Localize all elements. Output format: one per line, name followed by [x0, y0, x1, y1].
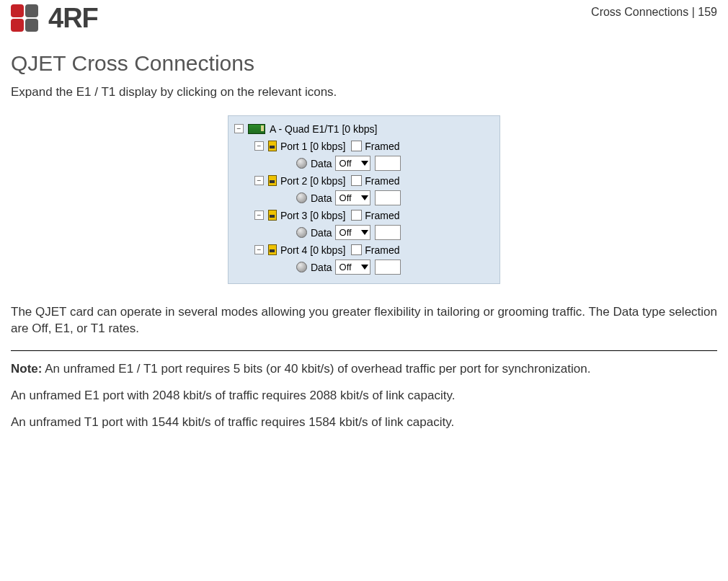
note-label: Note:: [11, 362, 42, 376]
tree-data-row: Data Off: [296, 190, 494, 207]
framed-label: Framed: [365, 175, 399, 187]
data-label: Data: [311, 192, 332, 204]
framed-label: Framed: [365, 244, 399, 256]
tree-root-label: A - Quad E1/T1 [0 kbps]: [270, 123, 377, 135]
data-select[interactable]: Off: [335, 225, 370, 240]
data-select-value: Off: [339, 227, 352, 238]
tree-port-row: − Port 4 [0 kbps] Framed: [254, 241, 494, 259]
page-header: 4RF Cross Connections | 159: [11, 0, 717, 34]
expander-icon[interactable]: −: [254, 210, 264, 220]
data-select-value: Off: [339, 262, 352, 272]
tree-port-row: − Port 1 [0 kbps] Framed: [254, 138, 494, 155]
framed-checkbox[interactable]: [351, 141, 362, 151]
tree-port-row: − Port 3 [0 kbps] Framed: [254, 207, 494, 224]
data-select[interactable]: Off: [335, 156, 370, 171]
chevron-down-icon: [361, 230, 368, 235]
expander-icon[interactable]: −: [254, 245, 264, 254]
tree-port-row: − Port 2 [0 kbps] Framed: [254, 172, 494, 190]
chevron-down-icon: [361, 161, 368, 166]
expander-icon[interactable]: −: [254, 141, 264, 151]
data-select[interactable]: Off: [335, 260, 370, 275]
chevron-down-icon: [361, 195, 368, 200]
note-line-2: An unframed E1 port with 2048 kbit/s of …: [11, 388, 717, 404]
tree-data-row: Data Off: [296, 155, 494, 172]
port-label: Port 2 [0 kbps]: [280, 175, 345, 187]
note-text-1: An unframed E1 / T1 port requires 5 bits…: [42, 362, 590, 376]
chevron-down-icon: [361, 265, 368, 270]
framed-checkbox[interactable]: [351, 175, 362, 186]
data-text-field[interactable]: [375, 190, 401, 205]
port-icon: [268, 210, 277, 221]
data-text-field[interactable]: [375, 225, 401, 240]
port-icon: [268, 141, 277, 151]
card-icon: [248, 124, 265, 134]
port-label: Port 1 [0 kbps]: [280, 141, 345, 152]
port-label: Port 4 [0 kbps]: [280, 244, 345, 256]
data-select-value: Off: [339, 192, 352, 203]
data-select[interactable]: Off: [335, 190, 370, 205]
data-text-field[interactable]: [375, 260, 401, 275]
data-icon: [296, 192, 307, 203]
paragraph-modes: The QJET card can operate in several mod…: [11, 304, 717, 337]
brand-logo-text: 4RF: [48, 3, 98, 34]
data-icon: [296, 158, 307, 169]
tree-root-row: − A - Quad E1/T1 [0 kbps]: [234, 120, 494, 138]
data-icon: [296, 262, 307, 272]
tree-panel: − A - Quad E1/T1 [0 kbps] − Port 1 [0 kb…: [228, 115, 500, 284]
note-line-3: An unframed T1 port with 1544 kbit/s of …: [11, 414, 717, 431]
page-title: QJET Cross Connections: [11, 51, 717, 76]
port-icon: [268, 244, 277, 255]
port-label: Port 3 [0 kbps]: [280, 210, 345, 221]
divider: [11, 350, 717, 351]
tree-data-row: Data Off: [296, 259, 494, 276]
framed-label: Framed: [365, 210, 399, 221]
note-line-1: Note: An unframed E1 / T1 port requires …: [11, 361, 717, 378]
page-location: Cross Connections | 159: [591, 4, 717, 19]
data-text-field[interactable]: [375, 156, 401, 171]
brand-logo-mark: [11, 4, 43, 33]
expander-icon[interactable]: −: [254, 176, 264, 185]
data-label: Data: [311, 262, 332, 273]
data-label: Data: [311, 158, 332, 169]
expander-icon[interactable]: −: [234, 124, 244, 133]
framed-label: Framed: [365, 141, 399, 152]
framed-checkbox[interactable]: [351, 210, 362, 221]
framed-checkbox[interactable]: [351, 244, 362, 255]
data-label: Data: [311, 227, 332, 239]
brand-logo: 4RF: [11, 3, 98, 34]
intro-text: Expand the E1 / T1 display by clicking o…: [11, 84, 717, 101]
data-icon: [296, 227, 307, 238]
port-icon: [268, 175, 277, 186]
data-select-value: Off: [339, 158, 352, 169]
note-block: Note: An unframed E1 / T1 port requires …: [11, 361, 717, 431]
tree-data-row: Data Off: [296, 224, 494, 241]
